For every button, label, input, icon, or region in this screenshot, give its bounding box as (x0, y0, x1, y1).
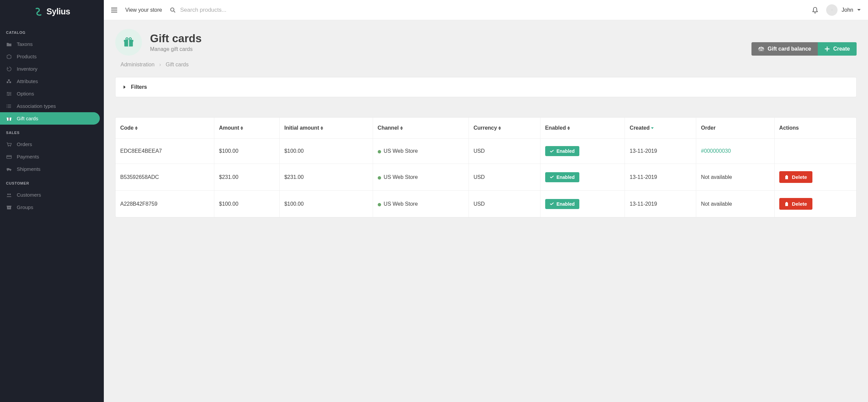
search-input[interactable] (180, 7, 281, 13)
sidebar-item-products[interactable]: Products (0, 50, 104, 63)
sidebar-item-label: Options (17, 91, 34, 96)
page-subtitle: Manage gift cards (150, 46, 202, 52)
sidebar-item-groups[interactable]: Groups (0, 201, 104, 213)
cell-created: 13-11-2019 (625, 139, 696, 164)
svg-rect-1 (9, 82, 11, 83)
cell-initial-amount: $231.00 (280, 164, 373, 191)
filters-label: Filters (131, 84, 147, 90)
sidebar-item-label: Shipments (17, 166, 40, 172)
cell-created: 13-11-2019 (625, 191, 696, 217)
check-icon (550, 150, 554, 153)
svg-rect-14 (7, 155, 11, 158)
sidebar-item-options[interactable]: Options (0, 87, 104, 100)
sidebar-item-label: Attributes (17, 79, 38, 84)
sidebar-item-label: Groups (17, 204, 33, 210)
table-row: EDC8EE4BEEA7$100.00$100.00US Web StoreUS… (116, 139, 856, 164)
cell-enabled: Enabled (540, 164, 625, 191)
gift-card-balance-button[interactable]: Gift card balance (751, 42, 818, 56)
sidebar-item-attributes[interactable]: Attributes (0, 75, 104, 87)
col-enabled[interactable]: Enabled (540, 118, 625, 139)
cell-amount: $100.00 (214, 139, 280, 164)
status-dot-icon (378, 176, 381, 180)
enabled-badge: Enabled (545, 146, 579, 156)
col-code[interactable]: Code (116, 118, 214, 139)
list-icon (6, 103, 12, 109)
top-header: View your store ·· John (104, 0, 868, 20)
cell-currency: USD (469, 191, 540, 217)
trash-icon (785, 175, 788, 180)
cell-code: B53592658ADC (116, 164, 214, 191)
channel-name: US Web Store (384, 201, 418, 207)
page-icon-circle (115, 29, 142, 56)
breadcrumb-root[interactable]: Administration (121, 62, 154, 68)
col-initial-amount[interactable]: Initial amount (280, 118, 373, 139)
order-not-available: Not available (701, 201, 732, 207)
sidebar-item-taxons[interactable]: Taxons (0, 38, 104, 50)
sidebar-item-shipments[interactable]: Shipments (0, 163, 104, 175)
cell-actions (775, 139, 856, 164)
order-link[interactable]: #000000030 (701, 148, 731, 154)
user-menu[interactable]: ·· John (826, 4, 861, 16)
svg-rect-20 (7, 206, 11, 207)
nav-section-title: CATALOG (0, 25, 104, 38)
cell-initial-amount: $100.00 (280, 139, 373, 164)
sidebar-item-payments[interactable]: Payments (0, 150, 104, 163)
delete-button[interactable]: Delete (779, 198, 812, 210)
history-icon (6, 66, 12, 72)
search-wrap (170, 7, 483, 13)
sort-icon (241, 126, 243, 130)
sidebar-item-customers[interactable]: Customers (0, 189, 104, 201)
svg-rect-21 (7, 207, 11, 209)
box-icon (6, 54, 12, 59)
cart-icon (6, 142, 12, 147)
cell-actions: Delete (775, 191, 856, 217)
col-amount[interactable]: Amount (214, 118, 280, 139)
svg-point-6 (7, 104, 7, 105)
col-currency[interactable]: Currency (469, 118, 540, 139)
menu-toggle-icon[interactable] (111, 8, 117, 12)
chevron-right-icon: › (159, 62, 161, 68)
breadcrumb: Administration › Gift cards (121, 62, 857, 68)
sort-icon (567, 126, 570, 130)
filters-toggle[interactable]: Filters (115, 77, 857, 97)
cell-order: Not available (696, 191, 774, 217)
sidebar-item-label: Orders (17, 142, 32, 147)
sidebar-item-orders[interactable]: Orders (0, 138, 104, 150)
check-icon (550, 176, 554, 179)
channel-name: US Web Store (384, 148, 418, 154)
sidebar-item-inventory[interactable]: Inventory (0, 63, 104, 75)
svg-point-17 (10, 170, 11, 171)
truck-icon (6, 166, 12, 172)
svg-rect-0 (7, 82, 8, 83)
svg-rect-11 (9, 118, 9, 121)
sort-icon (400, 126, 403, 130)
col-created[interactable]: Created (625, 118, 696, 139)
sidebar-item-label: Inventory (17, 66, 37, 72)
svg-rect-15 (7, 156, 11, 157)
svg-point-13 (10, 145, 11, 146)
view-store-link[interactable]: View your store (125, 7, 162, 13)
sidebar-item-gift-cards[interactable]: Gift cards (0, 112, 100, 125)
col-channel[interactable]: Channel (373, 118, 469, 139)
cell-channel: US Web Store (373, 164, 469, 191)
brand-logo[interactable]: Sylius (0, 0, 104, 25)
cell-channel: US Web Store (373, 191, 469, 217)
svg-point-3 (7, 92, 8, 93)
create-button[interactable]: Create (818, 42, 857, 56)
sort-icon (135, 126, 137, 130)
cell-order: #000000030 (696, 139, 774, 164)
svg-point-23 (170, 8, 174, 11)
sort-desc-icon (651, 127, 654, 129)
sidebar-item-association-types[interactable]: Association types (0, 100, 104, 112)
chevron-down-icon (857, 9, 861, 11)
sidebar: Sylius CATALOGTaxonsProductsInventoryAtt… (0, 0, 104, 402)
sidebar-item-label: Products (17, 54, 36, 59)
svg-point-28 (126, 38, 128, 40)
gift-cards-table: Code Amount Initial amount Channel Curre… (115, 117, 857, 217)
status-dot-icon (378, 150, 381, 153)
delete-button[interactable]: Delete (779, 171, 812, 183)
svg-rect-22 (8, 207, 10, 208)
trash-icon (785, 202, 788, 206)
cell-currency: USD (469, 139, 540, 164)
notifications-icon[interactable] (812, 7, 818, 13)
